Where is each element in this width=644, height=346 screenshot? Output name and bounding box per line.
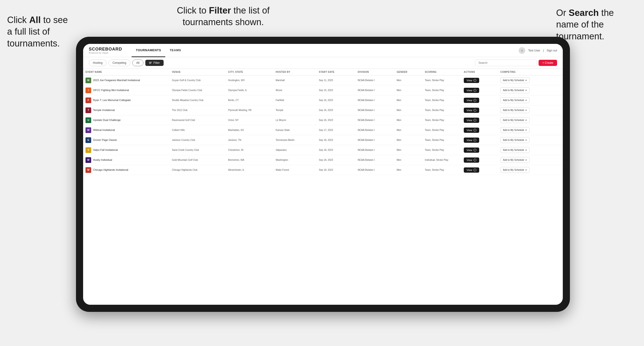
event-name-cell: M 2023 Joe Feaganes Marshall Invitationa… — [86, 78, 167, 83]
view-btn[interactable]: View i — [464, 128, 479, 133]
view-btn[interactable]: View i — [464, 108, 479, 113]
city-text: Manhattan, KS — [228, 129, 244, 131]
add-to-schedule-btn[interactable]: Add to My Schedule + — [500, 107, 530, 113]
info-icon: i — [474, 119, 476, 122]
city-text: Westchester, IL — [228, 169, 244, 171]
col-header-scoring: SCORING — [422, 69, 462, 75]
add-to-schedule-btn[interactable]: Add to My Schedule + — [500, 77, 530, 83]
plus-icon: + — [525, 149, 527, 152]
filter-btn[interactable]: Filter — [145, 60, 164, 66]
team-logo: W — [86, 167, 91, 173]
table-row: F Ryan T. Lee Memorial Collegiate Shuttl… — [83, 95, 563, 105]
plus-icon: + — [525, 99, 527, 102]
table-body: M 2023 Joe Feaganes Marshall Invitationa… — [83, 75, 563, 175]
add-to-schedule-btn[interactable]: Add to My Schedule + — [500, 167, 530, 173]
plus-icon: + — [525, 168, 527, 172]
gender-text: Men — [396, 119, 401, 121]
add-to-schedule-btn[interactable]: Add to My Schedule + — [500, 127, 530, 133]
city-text: Plymouth Meeting, PA — [228, 109, 252, 111]
gender-text: Men — [396, 129, 401, 131]
col-header-city: CITY, STATE — [226, 69, 273, 75]
col-header-hosted: HOSTED BY — [273, 69, 316, 75]
add-to-schedule-btn[interactable]: Add to My Schedule + — [500, 87, 530, 93]
view-btn[interactable]: View i — [464, 158, 479, 163]
add-to-schedule-btn[interactable]: Add to My Schedule + — [500, 117, 530, 123]
view-btn[interactable]: View i — [464, 88, 479, 93]
team-logo: G — [86, 137, 91, 143]
tablet-frame: SCOREBOARD Powered by clippd TOURNAMENTS… — [76, 37, 570, 312]
gender-text: Men — [396, 159, 401, 161]
gender-text: Men — [396, 79, 401, 82]
search-input[interactable] — [475, 59, 537, 66]
start-date-text: Sep 16, 2023 — [319, 109, 333, 111]
add-to-schedule-btn[interactable]: Add to My Schedule + — [500, 97, 530, 103]
venue-text: Colbert Hills — [172, 129, 185, 131]
team-logo: I — [86, 88, 91, 93]
scoring-text: Team, Stroke Play — [425, 149, 444, 151]
start-date-text: Sep 17, 2023 — [319, 129, 333, 131]
nav-tab-tournaments[interactable]: TOURNAMENTS — [132, 44, 165, 57]
annotation-topcenter: Click to Filter the list of tournaments … — [162, 5, 285, 28]
add-to-schedule-btn[interactable]: Add to My Schedule + — [500, 137, 530, 143]
team-logo: W — [86, 157, 91, 163]
start-date-text: Sep 18, 2023 — [319, 149, 333, 151]
competing-tab-btn[interactable]: Competing — [108, 59, 130, 66]
venue-text: The 1912 Club — [172, 109, 188, 111]
scoring-text: Team, Stroke Play — [425, 109, 444, 111]
event-name-cell: V Valpo Fall Invitational — [86, 147, 167, 153]
start-date-text: Sep 15, 2023 — [319, 89, 333, 92]
division-text: NCAA Division I — [358, 159, 375, 161]
division-text: NCAA Division I — [358, 89, 375, 92]
nav-tab-teams[interactable]: TEAMS — [165, 44, 185, 57]
info-icon: i — [474, 169, 476, 172]
info-icon: i — [474, 89, 476, 92]
hosted-by-text: Valparaiso — [276, 149, 287, 151]
division-text: NCAA Division I — [358, 109, 375, 111]
col-header-gender: GENDER — [394, 69, 422, 75]
create-btn[interactable]: + Create — [538, 60, 557, 66]
gender-text: Men — [396, 149, 401, 151]
view-btn[interactable]: View i — [464, 98, 479, 103]
add-to-schedule-btn[interactable]: Add to My Schedule + — [500, 157, 530, 163]
table-row: U Upstate Dual Challenge Ravenwood Golf … — [83, 115, 563, 125]
info-icon: i — [474, 159, 476, 162]
venue-text: Ravenwood Golf Club — [172, 119, 195, 121]
plus-icon: + — [525, 79, 527, 82]
division-text: NCAA Division I — [358, 79, 375, 82]
event-name-cell: G Grover Page Classic — [86, 137, 167, 143]
table-row: W Wildcat Invitational Colbert Hills Man… — [83, 125, 563, 135]
city-text: Huntington, WV — [228, 79, 245, 82]
view-btn[interactable]: View i — [464, 78, 479, 83]
venue-text: Shuttle Meadow Country Club — [172, 99, 204, 102]
nav-tabs: TOURNAMENTS TEAMS — [132, 44, 185, 57]
event-name-text: Wildcat Invitational — [93, 128, 115, 132]
event-name-text: Ryan T. Lee Memorial Collegiate — [93, 98, 131, 102]
view-btn[interactable]: View i — [464, 148, 479, 153]
hosting-tab-btn[interactable]: Hosting — [89, 59, 106, 66]
all-tab-btn[interactable]: All — [132, 59, 144, 66]
event-name-cell: I OFCC Fighting Illini Invitational — [86, 88, 167, 93]
view-btn[interactable]: View i — [464, 138, 479, 143]
info-icon: i — [474, 139, 476, 142]
event-name-cell: F Ryan T. Lee Memorial Collegiate — [86, 97, 167, 103]
city-text: Olympia Fields, IL — [228, 89, 247, 92]
header-right: U Test User | Sign out — [518, 47, 557, 54]
add-to-schedule-btn[interactable]: Add to My Schedule + — [500, 147, 530, 153]
hosted-by-text: Tennessee-Martin — [276, 139, 294, 141]
table-row: G Grover Page Classic Jackson Country Cl… — [83, 135, 563, 145]
sign-out-link[interactable]: Sign out — [547, 49, 557, 52]
city-text: Chesterton, IN — [228, 149, 244, 151]
start-date-text: Sep 16, 2023 — [319, 99, 333, 102]
division-text: NCAA Division I — [358, 129, 375, 131]
venue-text: Guyan Golf & Country Club — [172, 79, 201, 82]
info-icon: i — [474, 149, 476, 152]
col-header-actions: ACTIONS — [462, 69, 498, 75]
hosted-by-text: Fairfield — [276, 99, 284, 102]
toolbar: Hosting Competing All Filter + Create — [83, 57, 563, 69]
event-name-text: Husky Individual — [93, 158, 112, 162]
team-logo: V — [86, 147, 91, 153]
view-btn[interactable]: View i — [464, 118, 479, 123]
division-text: NCAA Division I — [358, 169, 375, 171]
table-row: V Valpo Fall Invitational Sand Creek Cou… — [83, 145, 563, 155]
view-btn[interactable]: View i — [464, 168, 479, 173]
